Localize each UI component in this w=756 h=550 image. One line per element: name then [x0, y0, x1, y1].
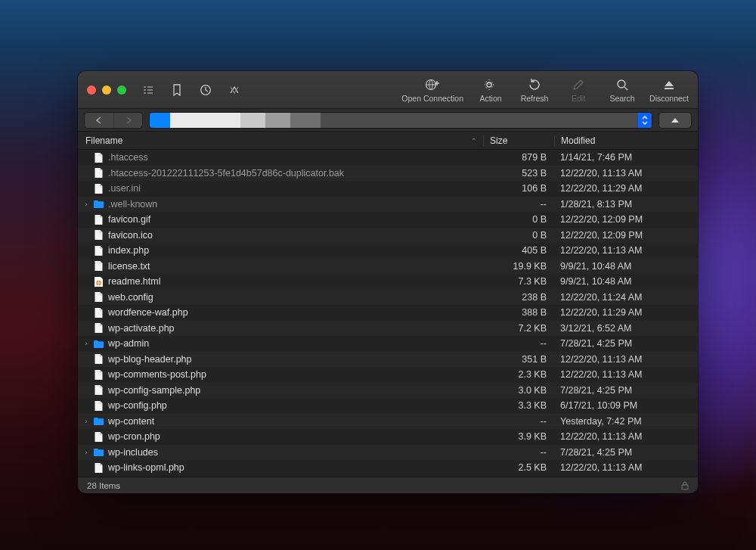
file-row[interactable]: wp-comments-post.php2.3 KB12/22/20, 11:1…	[78, 367, 698, 383]
file-size: 3.9 KB	[483, 431, 554, 442]
search-icon	[616, 77, 628, 92]
nav-back-forward	[84, 112, 143, 129]
disclosure-triangle-icon[interactable]: ›	[81, 418, 91, 425]
outline-view-icon[interactable]	[140, 82, 156, 98]
file-name: wp-config.php	[105, 400, 483, 411]
file-modified: 12/22/20, 11:13 AM	[554, 462, 698, 473]
file-size: 0 B	[483, 230, 554, 241]
transfers-icon[interactable]	[226, 82, 243, 98]
file-row[interactable]: ›.well-known--1/28/21, 8:13 PM	[78, 197, 698, 213]
bookmarks-icon[interactable]	[169, 82, 185, 98]
disclosure-triangle-icon[interactable]: ›	[81, 449, 91, 456]
app-window: Open Connection Action Refresh Edit	[78, 71, 698, 493]
file-row[interactable]: license.txt19.9 KB9/9/21, 10:48 AM	[78, 259, 698, 275]
file-size: 3.0 KB	[483, 385, 554, 396]
refresh-button[interactable]: Refresh	[518, 77, 551, 103]
file-modified: 9/9/21, 10:48 AM	[554, 276, 698, 287]
window-controls	[87, 85, 126, 95]
file-name: .well-known	[105, 199, 483, 210]
view-mode-icons	[140, 82, 243, 98]
disconnect-label: Disconnect	[649, 94, 689, 103]
search-label: Search	[609, 94, 634, 103]
file-size: 2.5 KB	[483, 462, 554, 473]
column-filename[interactable]: Filename ⌃	[85, 135, 483, 146]
file-size: 238 B	[483, 292, 554, 303]
history-icon[interactable]	[197, 82, 214, 98]
file-row[interactable]: wp-links-opml.php2.5 KB12/22/20, 11:13 A…	[78, 460, 698, 476]
file-name: .user.ini	[105, 183, 483, 194]
go-up-button[interactable]	[658, 112, 692, 129]
file-list[interactable]: .htaccess879 B1/14/21, 7:46 PM.htaccess-…	[78, 150, 698, 477]
svg-point-3	[618, 80, 625, 88]
file-row[interactable]: ›wp-includes--7/28/21, 4:25 PM	[78, 445, 698, 461]
toolbar-actions: Open Connection Action Refresh Edit	[401, 77, 689, 103]
file-icon	[91, 384, 105, 396]
file-row[interactable]: wp-config-sample.php3.0 KB7/28/21, 4:25 …	[78, 383, 698, 399]
file-modified: 12/22/20, 11:29 AM	[554, 307, 698, 318]
file-size: 351 B	[483, 354, 554, 365]
file-row[interactable]: ›wp-content--Yesterday, 7:42 PM	[78, 414, 698, 430]
file-row[interactable]: wp-config.php3.3 KB6/17/21, 10:09 PM	[78, 398, 698, 414]
file-row[interactable]: .user.ini106 B12/22/20, 11:29 AM	[78, 181, 698, 197]
file-name: web.config	[105, 292, 483, 303]
minimize-button[interactable]	[102, 85, 111, 95]
file-modified: 12/22/20, 11:13 AM	[554, 168, 698, 179]
file-size: 3.3 KB	[483, 400, 554, 411]
svg-rect-4	[665, 88, 674, 89]
file-modified: 7/28/21, 4:25 PM	[554, 385, 698, 396]
forward-button[interactable]	[113, 113, 142, 128]
file-modified: 12/22/20, 11:24 AM	[554, 292, 698, 303]
path-stepper-icon	[638, 113, 652, 128]
zoom-button[interactable]	[117, 85, 126, 95]
file-modified: Yesterday, 7:42 PM	[554, 416, 698, 427]
file-modified: 12/22/20, 12:09 PM	[554, 230, 698, 241]
file-row[interactable]: wordfence-waf.php388 B12/22/20, 11:29 AM	[78, 305, 698, 321]
file-row[interactable]: ›wp-admin--7/28/21, 4:25 PM	[78, 336, 698, 352]
folder-icon	[91, 199, 105, 209]
folder-icon	[154, 114, 166, 125]
back-button[interactable]	[85, 113, 113, 128]
file-modified: 12/22/20, 12:09 PM	[554, 214, 698, 225]
file-icon	[91, 322, 105, 334]
edit-label: Edit	[572, 94, 585, 103]
file-modified: 3/12/21, 6:52 AM	[554, 323, 698, 334]
file-row[interactable]: favicon.ico0 B12/22/20, 12:09 PM	[78, 228, 698, 244]
gear-icon	[483, 77, 498, 92]
file-icon	[91, 183, 105, 194]
file-name: wp-cron.php	[105, 431, 483, 442]
file-icon	[91, 167, 105, 179]
file-size: 879 B	[483, 152, 554, 163]
disconnect-button[interactable]: Disconnect	[649, 77, 689, 103]
column-filename-label: Filename	[85, 135, 122, 146]
file-row[interactable]: readme.html7.3 KB9/9/21, 10:48 AM	[78, 274, 698, 290]
file-size: 7.2 KB	[483, 323, 554, 334]
search-button[interactable]: Search	[606, 77, 639, 103]
column-modified[interactable]: Modified	[554, 135, 698, 146]
disclosure-triangle-icon[interactable]: ›	[81, 340, 91, 347]
file-name: wp-links-opml.php	[105, 462, 483, 473]
edit-button[interactable]: Edit	[562, 77, 595, 103]
file-row[interactable]: .htaccess879 B1/14/21, 7:46 PM	[78, 150, 698, 166]
column-size[interactable]: Size	[483, 135, 554, 146]
file-row[interactable]: favicon.gif0 B12/22/20, 12:09 PM	[78, 212, 698, 228]
navigation-bar	[78, 109, 698, 132]
file-row[interactable]: web.config238 B12/22/20, 11:24 AM	[78, 290, 698, 306]
folder-icon	[91, 447, 105, 457]
file-name: wp-admin	[105, 338, 483, 349]
file-icon	[91, 276, 105, 287]
eject-icon	[663, 77, 675, 92]
disclosure-triangle-icon[interactable]: ›	[81, 200, 91, 208]
file-icon	[91, 229, 105, 241]
file-row[interactable]: wp-cron.php3.9 KB12/22/20, 11:13 AM	[78, 429, 698, 445]
file-row[interactable]: .htaccess-201222111253-5fe1d4b57d86c-dup…	[78, 166, 698, 182]
action-button[interactable]: Action	[474, 77, 507, 103]
path-dropdown[interactable]	[149, 112, 652, 129]
file-row[interactable]: wp-blog-header.php351 B12/22/20, 11:13 A…	[78, 352, 698, 368]
folder-icon	[91, 416, 105, 426]
open-connection-button[interactable]: Open Connection	[401, 77, 463, 103]
file-row[interactable]: wp-activate.php7.2 KB3/12/21, 6:52 AM	[78, 321, 698, 337]
close-button[interactable]	[87, 85, 96, 95]
file-row[interactable]: index.php405 B12/22/20, 11:13 AM	[78, 243, 698, 259]
file-name: .htaccess-201222111253-5fe1d4b57d86c-dup…	[105, 168, 483, 179]
file-name: wp-blog-header.php	[105, 354, 483, 365]
